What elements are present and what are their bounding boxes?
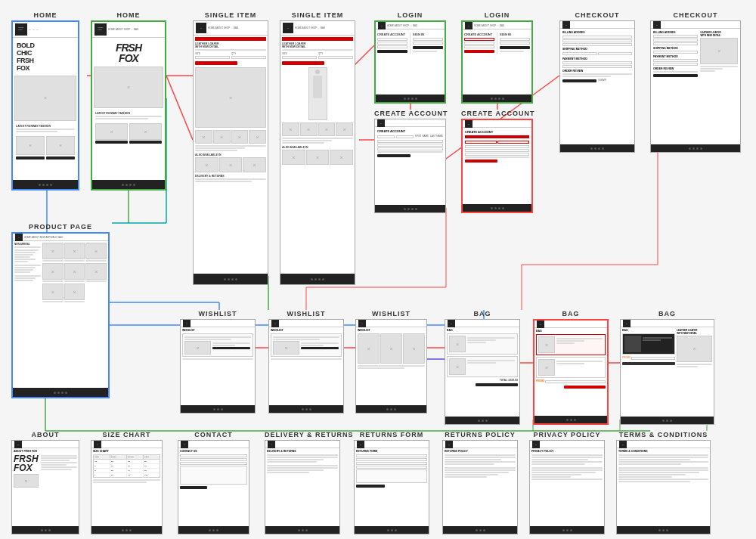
page-label-login2: LOGIN bbox=[461, 11, 533, 19]
page-bag3: BAG F BAG PROMO bbox=[620, 310, 714, 425]
nav-product: HOME ABOUT NEW ARRIVALS SALE bbox=[24, 236, 106, 239]
page-label-wishlist1: WISHLIST bbox=[180, 310, 256, 318]
page-label-home2: HOME bbox=[91, 11, 166, 19]
page-label-bag3: BAG bbox=[620, 310, 714, 318]
logo-sizechart: F bbox=[94, 441, 101, 448]
logo-bag1: F bbox=[448, 320, 455, 327]
logo-terms: F bbox=[619, 441, 627, 448]
page-label-privacy: PRIVACY POLICY bbox=[529, 431, 605, 438]
page-home2: HOME FRSHFOX HOME ABOUT SHOP ♡ BAG FRSHF… bbox=[91, 11, 166, 191]
page-create2: CREATE ACCOUNT F CREATE ACCOUNT bbox=[461, 110, 535, 213]
page-privacy: PRIVACY POLICY F PRIVACY POLICY bbox=[529, 431, 605, 534]
logo-delivery: F bbox=[268, 441, 275, 448]
logo-home1: FRSHFOX bbox=[15, 23, 27, 36]
page-label-sizechart: SIZE CHART bbox=[91, 431, 163, 438]
page-label-about: ABOUT bbox=[11, 431, 79, 438]
page-contact: CONTACT F CONTACT US bbox=[178, 431, 249, 534]
logo-returnspolicy: F bbox=[445, 441, 453, 448]
item-title-2: LEATHER LOAFERWITH NEW DETAIL bbox=[282, 42, 353, 48]
logo-wishlist2: F bbox=[271, 320, 279, 327]
logo-checkout1: F bbox=[562, 21, 570, 29]
page-single1: SINGLE ITEM F HOME ABOUT SHOP ♡ BAG LEAT… bbox=[193, 11, 268, 285]
logo-bag3: F bbox=[623, 320, 631, 327]
page-wishlist2: WISHLIST F WISHLIST bbox=[268, 310, 344, 414]
logo-checkout2: F bbox=[653, 21, 661, 29]
page-about: ABOUT F ABOUT FRSH FOX FRSHFOX bbox=[11, 431, 79, 534]
nav-login1: HOME ABOUT SHOP ♡ BAG bbox=[387, 24, 442, 27]
logo-bag2: F bbox=[537, 321, 544, 328]
page-label-single1: SINGLE ITEM bbox=[193, 11, 268, 19]
logo-product: F bbox=[15, 234, 23, 241]
page-bag2: BAG F BAG bbox=[533, 310, 609, 425]
section-label: LATEST RUNWAY FASHION bbox=[16, 125, 75, 128]
logo-create1: F bbox=[377, 119, 385, 127]
nav-login2: HOME ABOUT SHOP ♡ BAG bbox=[474, 24, 529, 27]
page-label-login1: LOGIN bbox=[374, 11, 446, 19]
page-product: PRODUCT PAGE F HOME ABOUT NEW ARRIVALS S… bbox=[11, 223, 110, 398]
page-label-terms: TERMS & CONDITIONS bbox=[616, 431, 711, 438]
logo-privacy: F bbox=[532, 441, 540, 448]
page-login2: LOGIN F HOME ABOUT SHOP ♡ BAG CREATE ACC… bbox=[461, 11, 533, 104]
page-delivery: DELIVERY & RETURNS F DELIVERY & RETURNS bbox=[265, 431, 354, 534]
page-label-create2: CREATE ACCOUNT bbox=[461, 110, 535, 117]
nav-single1: HOME ABOUT SHOP ♡ BAG bbox=[208, 26, 265, 29]
logo-returnsform: F bbox=[357, 441, 364, 448]
svg-line-1 bbox=[166, 76, 193, 140]
page-checkout1: CHECKOUT F BILLING ADDRES SHIPPING METHO… bbox=[559, 11, 635, 153]
logo-wishlist1: F bbox=[183, 320, 191, 327]
page-login1: LOGIN F HOME ABOUT SHOP ♡ BAG CREATE ACC… bbox=[374, 11, 446, 104]
nav-home2: HOME ABOUT SHOP ♡ BAG bbox=[108, 28, 138, 31]
page-label-checkout2: CHECKOUT bbox=[650, 11, 741, 19]
logo-single2: F bbox=[283, 23, 293, 33]
logo-single1: F bbox=[196, 23, 206, 33]
page-label-product: PRODUCT PAGE bbox=[11, 223, 110, 231]
sitemap-canvas: HOME FRSHFOX ——— BOLDCHICFRSHFOX LATEST … bbox=[0, 0, 756, 539]
page-terms: TERMS & CONDITIONS F TERMS & CONDITIONS bbox=[616, 431, 711, 534]
nav-home1: ——— bbox=[29, 28, 39, 31]
page-label-wishlist2: WISHLIST bbox=[268, 310, 344, 318]
page-wishlist1: WISHLIST F WISHLIST bbox=[180, 310, 256, 414]
page-home1: HOME FRSHFOX ——— BOLDCHICFRSHFOX LATEST … bbox=[11, 11, 79, 191]
logo-home2: FRSHFOX bbox=[94, 23, 107, 36]
page-checkout2: CHECKOUT F BILLING ADDRES SHIPPING METHO… bbox=[650, 11, 741, 153]
page-label-contact: CONTACT bbox=[178, 431, 249, 438]
page-label-bag1: BAG bbox=[445, 310, 520, 318]
page-label-checkout1: CHECKOUT bbox=[559, 11, 635, 19]
item-title: LEATHER LOAFERWITH NEW DETAIL bbox=[195, 42, 266, 48]
page-label-create1: CREATE ACCOUNT bbox=[374, 110, 448, 117]
logo-login1: F bbox=[378, 22, 386, 29]
page-wishlist3: WISHLIST F WISHLIST bbox=[355, 310, 427, 414]
page-label-home1: HOME bbox=[11, 11, 79, 19]
page-single2: SINGLE ITEM F HOME ABOUT SHOP ♡ BAG LEAT… bbox=[280, 11, 355, 285]
nav-single2: HOME ABOUT SHOP ♡ BAG bbox=[295, 26, 352, 29]
page-returnsform: RETURNS FORM F RETURNS FORM bbox=[354, 431, 429, 534]
logo-login2: F bbox=[465, 22, 472, 29]
page-label-single2: SINGLE ITEM bbox=[280, 11, 355, 19]
page-label-wishlist3: WISHLIST bbox=[355, 310, 427, 318]
page-create1: CREATE ACCOUNT F CREATE ACCOUNT FIRST NA… bbox=[374, 110, 448, 213]
logo-create2: F bbox=[465, 120, 472, 128]
page-sizechart: SIZE CHART F SIZE CHART SIZE BUST WAIST … bbox=[91, 431, 163, 534]
logo-wishlist3: F bbox=[358, 320, 366, 327]
page-label-returnsform: RETURNS FORM bbox=[354, 431, 429, 438]
page-label-delivery: DELIVERY & RETURNS bbox=[265, 431, 354, 438]
page-returnspolicy: RETURNS POLICY F RETURNS POLICY bbox=[442, 431, 518, 534]
page-label-bag2: BAG bbox=[533, 310, 609, 318]
logo-contact: F bbox=[181, 441, 188, 448]
page-label-returnspolicy: RETURNS POLICY bbox=[442, 431, 518, 438]
page-bag1: BAG F BAG bbox=[445, 310, 520, 425]
logo-about: F bbox=[14, 441, 22, 448]
